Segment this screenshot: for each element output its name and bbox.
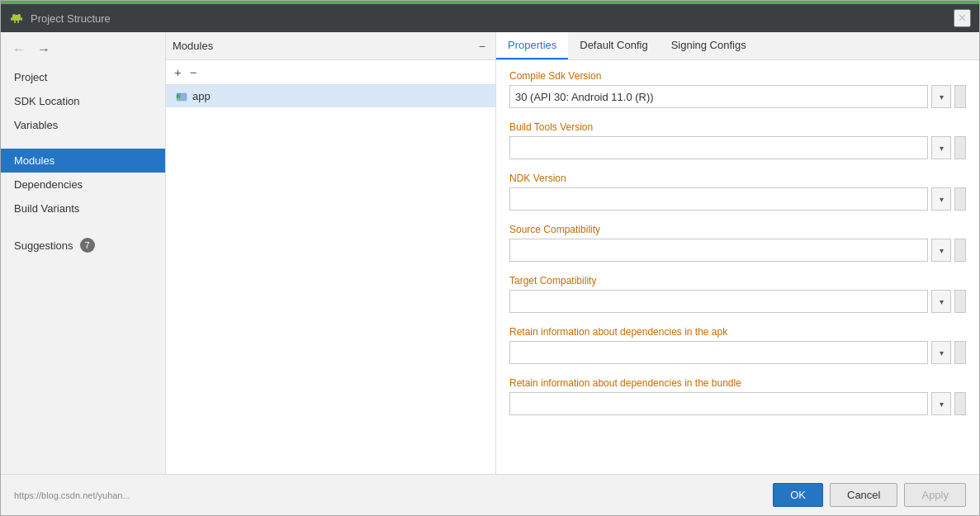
- svg-rect-5: [14, 21, 16, 23]
- project-structure-dialog: Project Structure × ← → Project SDK Loca…: [0, 0, 980, 516]
- target-compatibility-side-btn[interactable]: [954, 290, 966, 313]
- field-group-compile-sdk-version: Compile Sdk Version ▾: [509, 70, 966, 108]
- apply-button[interactable]: Apply: [904, 483, 966, 507]
- retain-deps-apk-label: Retain information about dependencies in…: [509, 326, 966, 338]
- bottom-bar: https://blog.csdn.net/yuhan... OK Cancel…: [1, 474, 979, 515]
- field-group-retain-deps-bundle: Retain information about dependencies in…: [509, 377, 966, 415]
- target-compatibility-dropdown[interactable]: ▾: [931, 290, 951, 313]
- sidebar-item-project[interactable]: Project: [1, 65, 165, 89]
- properties-panel: Properties Default Config Signing Config…: [496, 32, 979, 474]
- content-area: ← → Project SDK Location Variables Modul…: [1, 32, 979, 474]
- sidebar-item-dependencies[interactable]: Dependencies: [1, 173, 165, 196]
- sidebar-item-sdk-location[interactable]: SDK Location: [1, 89, 165, 113]
- field-group-retain-deps-apk: Retain information about dependencies in…: [509, 326, 966, 364]
- sidebar-item-modules[interactable]: Modules: [1, 149, 165, 173]
- retain-deps-bundle-label: Retain information about dependencies in…: [509, 377, 966, 389]
- modules-panel: Modules − + − app: [166, 32, 496, 474]
- cancel-button[interactable]: Cancel: [830, 483, 897, 507]
- build-tools-version-row: ▾: [509, 136, 966, 159]
- compile-sdk-version-row: ▾: [509, 85, 966, 108]
- source-compatibility-row: ▾: [509, 239, 966, 262]
- field-group-target-compatibility: Target Compatibility ▾: [509, 275, 966, 313]
- android-icon: [9, 11, 24, 26]
- modules-header: Modules −: [166, 32, 495, 60]
- source-compatibility-input[interactable]: [509, 239, 928, 262]
- modules-collapse-button[interactable]: −: [476, 40, 489, 53]
- close-button[interactable]: ×: [954, 9, 971, 27]
- title-bar: Project Structure ×: [1, 4, 979, 32]
- ndk-version-label: NDK Version: [509, 173, 966, 184]
- field-group-ndk-version: NDK Version ▾: [509, 173, 966, 211]
- module-item-app[interactable]: app: [166, 85, 495, 107]
- ok-button[interactable]: OK: [773, 483, 823, 507]
- tab-signing-configs[interactable]: Signing Configs: [660, 32, 758, 59]
- compile-sdk-version-dropdown[interactable]: ▾: [931, 85, 951, 108]
- tab-properties[interactable]: Properties: [496, 32, 568, 59]
- source-compatibility-side-btn[interactable]: [954, 239, 966, 262]
- forward-button[interactable]: →: [34, 42, 54, 57]
- sidebar-divider-2: [1, 220, 165, 232]
- build-tools-version-input[interactable]: [509, 136, 928, 159]
- retain-deps-bundle-row: ▾: [509, 392, 966, 415]
- sidebar-item-build-variants[interactable]: Build Variants: [1, 196, 165, 220]
- tab-default-config[interactable]: Default Config: [568, 32, 659, 59]
- svg-rect-2: [12, 15, 21, 21]
- svg-rect-4: [21, 17, 22, 21]
- field-group-source-compatibility: Source Compatibility ▾: [509, 224, 966, 262]
- modules-panel-title: Modules: [173, 40, 476, 52]
- suggestions-badge: 7: [80, 238, 95, 253]
- back-button[interactable]: ←: [9, 42, 29, 57]
- build-tools-version-dropdown[interactable]: ▾: [931, 136, 951, 159]
- modules-toolbar: + −: [166, 60, 495, 85]
- field-group-build-tools-version: Build Tools Version ▾: [509, 121, 966, 159]
- target-compatibility-input[interactable]: [509, 290, 928, 313]
- add-module-button[interactable]: +: [173, 65, 183, 79]
- retain-deps-apk-side-btn[interactable]: [954, 341, 966, 364]
- ndk-version-row: ▾: [509, 187, 966, 211]
- ndk-version-dropdown[interactable]: ▾: [931, 187, 951, 211]
- retain-deps-bundle-input[interactable]: [509, 392, 928, 415]
- hint-url: https://blog.csdn.net/yuhan...: [14, 490, 766, 500]
- svg-rect-3: [11, 17, 12, 21]
- build-tools-version-label: Build Tools Version: [509, 121, 966, 133]
- svg-point-9: [177, 95, 180, 98]
- compile-sdk-version-side-btn[interactable]: [954, 85, 966, 108]
- ndk-version-side-btn[interactable]: [954, 187, 966, 211]
- dialog-title: Project Structure: [31, 12, 954, 25]
- modules-list: app: [166, 85, 495, 474]
- source-compatibility-label: Source Compatibility: [509, 224, 966, 235]
- ndk-version-input[interactable]: [509, 187, 928, 211]
- retain-deps-apk-dropdown[interactable]: ▾: [931, 341, 951, 364]
- compile-sdk-version-label: Compile Sdk Version: [509, 70, 966, 82]
- retain-deps-bundle-side-btn[interactable]: [954, 392, 966, 415]
- sidebar-divider: [1, 137, 165, 149]
- module-folder-icon: [176, 91, 187, 102]
- build-tools-version-side-btn[interactable]: [954, 136, 966, 159]
- target-compatibility-label: Target Compatibility: [509, 275, 966, 286]
- retain-deps-apk-row: ▾: [509, 341, 966, 364]
- target-compatibility-row: ▾: [509, 290, 966, 313]
- sidebar-item-variables[interactable]: Variables: [1, 113, 165, 137]
- sidebar-item-suggestions[interactable]: Suggestions 7: [1, 232, 165, 258]
- svg-rect-8: [177, 93, 181, 95]
- tabs-bar: Properties Default Config Signing Config…: [496, 32, 979, 60]
- retain-deps-bundle-dropdown[interactable]: ▾: [931, 392, 951, 415]
- module-name-app: app: [192, 90, 211, 102]
- sidebar: ← → Project SDK Location Variables Modul…: [1, 32, 166, 474]
- remove-module-button[interactable]: −: [188, 65, 199, 79]
- compile-sdk-version-input[interactable]: [509, 85, 928, 108]
- retain-deps-apk-input[interactable]: [509, 341, 928, 364]
- svg-rect-6: [17, 21, 19, 23]
- source-compatibility-dropdown[interactable]: ▾: [931, 239, 951, 262]
- properties-content: Compile Sdk Version ▾ Build Tools Versio…: [496, 60, 979, 474]
